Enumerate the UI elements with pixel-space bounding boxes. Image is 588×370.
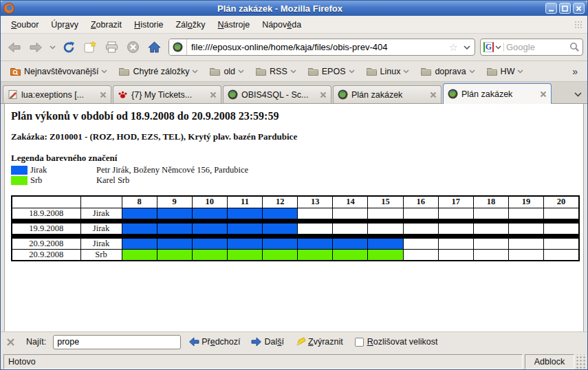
menu-item-1[interactable]: Úpravy bbox=[45, 17, 85, 32]
url-bar[interactable]: file:///eposux-online/home/kaja/files/ob… bbox=[168, 39, 475, 56]
minimize-button[interactable] bbox=[545, 3, 557, 14]
close-button[interactable] bbox=[573, 3, 585, 14]
bookmark-star-icon[interactable]: ☆ bbox=[448, 41, 459, 54]
close-tab-icon[interactable] bbox=[100, 91, 107, 98]
hour-cell bbox=[333, 208, 368, 219]
window-title: Plán zakázek - Mozilla Firefox bbox=[14, 3, 545, 14]
adblock-button[interactable]: Adblock bbox=[525, 354, 574, 369]
tab-0[interactable]: lua:exeptions [... bbox=[3, 85, 111, 103]
search-box[interactable]: G Google bbox=[480, 39, 583, 56]
resize-grip[interactable] bbox=[576, 354, 586, 369]
forward-icon bbox=[28, 41, 43, 54]
title-bar[interactable]: Plán zakázek - Mozilla Firefox bbox=[1, 1, 587, 16]
menu-item-5[interactable]: Nástroje bbox=[212, 17, 257, 32]
bookmark-item-6[interactable]: doprava bbox=[415, 64, 479, 79]
folder-icon bbox=[209, 67, 221, 76]
hour-cell bbox=[157, 249, 192, 261]
bookmarks-overflow-button[interactable]: » bbox=[567, 66, 583, 77]
tab-label: OBIS4SQL - Sc... bbox=[241, 90, 316, 100]
highlight-button[interactable]: Zvýraznit bbox=[292, 336, 347, 348]
tab-bar: lua:exeptions [...{7} My Tickets...OBIS4… bbox=[1, 82, 587, 104]
reload-button[interactable] bbox=[59, 37, 78, 58]
tab-1[interactable]: {7} My Tickets... bbox=[113, 85, 221, 103]
chevron-down-icon bbox=[50, 45, 56, 50]
menu-item-3[interactable]: Historie bbox=[128, 17, 169, 32]
hour-cell bbox=[227, 249, 262, 261]
forward-button[interactable] bbox=[26, 37, 45, 58]
chevron-down-icon bbox=[403, 69, 409, 74]
close-tab-icon[interactable] bbox=[430, 91, 437, 98]
folder-icon bbox=[307, 67, 319, 76]
hour-cell bbox=[509, 223, 544, 234]
print-button[interactable] bbox=[102, 37, 121, 58]
bookmark-label: Chytré záložky bbox=[133, 67, 189, 76]
plan-worker-cell: Jirak bbox=[80, 238, 122, 249]
tab-label: Plán zakázek bbox=[461, 89, 536, 99]
tab-label: {7} My Tickets... bbox=[131, 90, 206, 100]
bookmark-item-2[interactable]: old bbox=[204, 64, 249, 79]
tab-2[interactable]: OBIS4SQL - Sc... bbox=[223, 85, 331, 103]
menu-item-0[interactable]: Soubor bbox=[5, 17, 45, 32]
chevron-down-icon bbox=[290, 69, 296, 74]
hour-cell bbox=[122, 238, 157, 249]
hour-cell bbox=[192, 208, 227, 219]
hour-cell bbox=[122, 249, 157, 261]
bookmark-page-icon bbox=[83, 41, 98, 54]
legend-description: Petr Jirák, Boženy Němcové 156, Pardubic… bbox=[96, 165, 248, 175]
maximize-button[interactable] bbox=[559, 3, 571, 14]
menu-item-4[interactable]: Záložky bbox=[169, 17, 211, 32]
bookmark-item-0[interactable]: Nejnavštěvovanější bbox=[5, 64, 112, 79]
bookmark-item-5[interactable]: Linux bbox=[361, 64, 415, 79]
close-findbar-icon[interactable] bbox=[6, 338, 15, 347]
hour-cell bbox=[438, 249, 473, 261]
legend-row-0: JirakPetr Jirák, Boženy Němcové 156, Par… bbox=[5, 165, 583, 175]
url-dropdown-button[interactable] bbox=[459, 39, 475, 55]
tab-list-dropdown-button[interactable] bbox=[569, 85, 586, 103]
search-input[interactable]: Google bbox=[506, 42, 569, 52]
find-previous-button[interactable]: Předchozí bbox=[185, 336, 243, 348]
history-dropdown[interactable] bbox=[47, 37, 57, 58]
match-case-checkbox[interactable] bbox=[355, 338, 364, 347]
bookmark-page-button[interactable] bbox=[80, 37, 100, 58]
bookmarks-toolbar: NejnavštěvovanějšíChytré záložkyoldRSSEP… bbox=[1, 61, 587, 82]
tab-3[interactable]: Plán zakázek bbox=[333, 85, 442, 103]
hour-cell bbox=[227, 208, 262, 219]
match-case-option[interactable]: Rozlišovat velikost bbox=[355, 337, 438, 347]
search-icon[interactable] bbox=[569, 42, 580, 52]
bookmark-item-7[interactable]: HW bbox=[481, 64, 529, 79]
find-next-button[interactable]: Další bbox=[248, 336, 287, 348]
close-tab-icon[interactable] bbox=[540, 91, 547, 98]
menu-item-2[interactable]: Zobrazit bbox=[85, 17, 128, 32]
url-input[interactable]: file:///eposux-online/home/kaja/files/ob… bbox=[187, 42, 448, 52]
menu-item-6[interactable]: Nápověda bbox=[256, 17, 307, 32]
home-button[interactable] bbox=[144, 37, 164, 58]
hour-cell bbox=[509, 249, 544, 261]
firefox-window: Plán zakázek - Mozilla Firefox SouborÚpr… bbox=[0, 0, 588, 370]
back-button[interactable] bbox=[5, 37, 24, 58]
bookmark-item-1[interactable]: Chytré záložky bbox=[113, 64, 203, 79]
hour-cell bbox=[298, 208, 333, 219]
status-bar: Hotovo Adblock bbox=[1, 351, 587, 370]
hour-header: 17 bbox=[438, 196, 473, 208]
hour-cell bbox=[227, 223, 262, 234]
close-tab-icon[interactable] bbox=[210, 91, 217, 98]
bookmark-label: Linux bbox=[380, 67, 401, 76]
bookmark-item-3[interactable]: RSS bbox=[250, 64, 301, 79]
navigation-toolbar: file:///eposux-online/home/kaja/files/ob… bbox=[1, 34, 587, 61]
stop-button[interactable] bbox=[123, 37, 142, 58]
bookmark-label: Nejnavštěvovanější bbox=[24, 67, 98, 76]
smart-folder-icon bbox=[10, 67, 21, 76]
hour-cell bbox=[157, 223, 192, 234]
plan-date-cell: 18.9.2008 bbox=[12, 208, 80, 219]
find-input[interactable] bbox=[53, 335, 181, 349]
hour-cell bbox=[157, 238, 192, 249]
bookmark-label: RSS bbox=[270, 67, 287, 76]
tab-4[interactable]: Plán zakázek bbox=[443, 83, 552, 104]
close-tab-icon[interactable] bbox=[320, 91, 327, 98]
hour-cell bbox=[333, 238, 368, 249]
edit-page-icon bbox=[8, 89, 18, 100]
plan-worker-cell: Jirak bbox=[80, 223, 122, 234]
back-icon bbox=[7, 41, 22, 54]
plan-worker-cell: Srb bbox=[80, 249, 122, 261]
bookmark-item-4[interactable]: EPOS bbox=[303, 64, 360, 79]
